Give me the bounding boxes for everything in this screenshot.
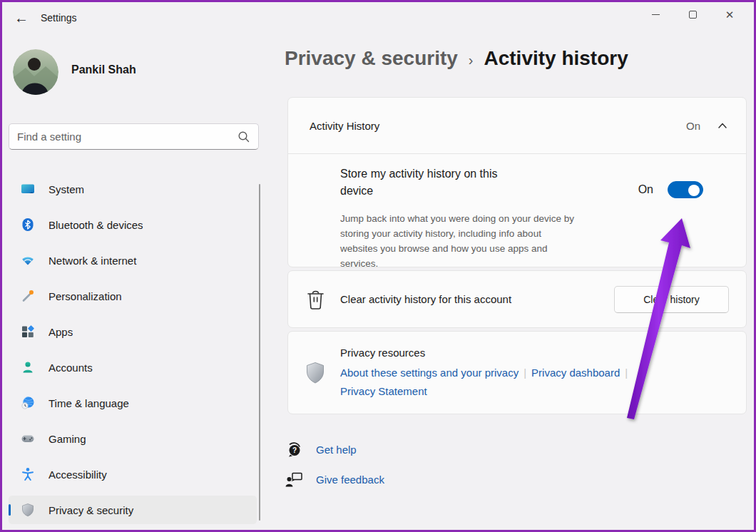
time-language-icon (21, 396, 35, 410)
link-privacy-dashboard[interactable]: Privacy dashboard (531, 367, 620, 379)
personalization-icon (21, 289, 35, 303)
store-activity-title: Store my activity history on this device (340, 165, 522, 200)
gaming-icon (21, 431, 35, 446)
link-separator: | (625, 367, 628, 379)
link-privacy-statement[interactable]: Privacy Statement (340, 385, 427, 397)
content-pane: Privacy & security › Activity history Ac… (270, 32, 756, 530)
sidebar-item-label: Accessibility (48, 469, 107, 481)
sidebar-item-network[interactable]: Network & internet (9, 246, 257, 275)
sidebar-nav: System Bluetooth & devices Network & int… (9, 175, 257, 531)
sidebar-item-accounts[interactable]: Accounts (9, 353, 257, 382)
selected-indicator (9, 504, 11, 516)
sidebar-item-label: Privacy & security (48, 504, 133, 516)
settings-window: ← Settings ✕ Pankil Shah (0, 0, 756, 532)
feedback-person-icon (285, 470, 304, 489)
search-input[interactable] (17, 124, 231, 149)
accounts-icon (21, 360, 35, 374)
sidebar-item-label: System (48, 183, 84, 195)
link-about-settings-privacy[interactable]: About these settings and your privacy (340, 367, 519, 379)
maximize-icon (689, 11, 697, 19)
system-icon (21, 182, 35, 196)
sidebar-item-personalization[interactable]: Personalization (9, 282, 257, 310)
sidebar-item-label: Gaming (48, 433, 86, 445)
store-activity-toggle[interactable] (668, 181, 703, 198)
breadcrumb-parent[interactable]: Privacy & security (285, 47, 458, 70)
accessibility-icon (21, 467, 35, 481)
close-button[interactable]: ✕ (711, 2, 748, 26)
minimize-icon (652, 14, 660, 15)
clear-activity-label: Clear activity history for this account (340, 293, 511, 305)
sidebar-item-accessibility[interactable]: Accessibility (9, 460, 257, 488)
page-title: Activity history (484, 47, 628, 70)
clear-activity-card: Clear activity history for this account … (287, 270, 747, 328)
sidebar-item-label: Bluetooth & devices (48, 219, 143, 231)
sidebar-item-system[interactable]: System (9, 175, 257, 203)
back-button[interactable]: ← (11, 9, 31, 26)
expander-title: Activity History (310, 120, 379, 132)
privacy-resources-card: Privacy resources About these settings a… (287, 331, 747, 414)
give-feedback-label: Give feedback (316, 474, 384, 486)
activity-history-expander-header[interactable]: Activity History On (288, 98, 746, 154)
shield-icon (305, 362, 325, 384)
profile-name: Pankil Shah (71, 63, 136, 76)
store-activity-description: Jump back into what you were doing on yo… (340, 212, 580, 272)
sidebar-item-label: Time & language (48, 397, 129, 409)
sidebar-item-bluetooth[interactable]: Bluetooth & devices (9, 210, 257, 239)
sidebar: Pankil Shah System (2, 32, 270, 530)
maximize-button[interactable] (674, 2, 711, 26)
help-bubble-icon: ? (285, 440, 304, 459)
search-icon (237, 130, 251, 144)
network-icon (21, 253, 35, 267)
sidebar-item-time-language[interactable]: Time & language (9, 389, 257, 417)
privacy-resources-title: Privacy resources (340, 347, 425, 359)
activity-history-card: Activity History On Store my activity hi… (287, 97, 747, 267)
window-controls: ✕ (637, 2, 748, 28)
sidebar-item-label: Apps (48, 326, 73, 338)
privacy-resources-links: About these settings and your privacy|Pr… (340, 364, 725, 401)
svg-text:?: ? (292, 446, 297, 454)
get-help-label: Get help (316, 444, 357, 456)
sidebar-item-label: Personalization (48, 290, 122, 302)
expander-state: On (686, 120, 700, 132)
chevron-up-icon (717, 122, 727, 129)
privacy-security-icon (21, 503, 35, 517)
avatar[interactable] (13, 49, 58, 95)
apps-icon (21, 324, 35, 339)
sidebar-item-label: Accounts (48, 362, 93, 374)
close-icon: ✕ (725, 9, 735, 20)
store-activity-row: Store my activity history on this device… (288, 154, 746, 267)
bluetooth-icon (21, 218, 35, 232)
sidebar-scrollbar[interactable] (259, 184, 260, 521)
clear-history-button[interactable]: Clear history (614, 286, 729, 313)
toggle-state-label: On (638, 183, 653, 196)
titlebar: ← Settings ✕ (2, 2, 754, 32)
breadcrumb-separator: › (469, 49, 474, 68)
trash-icon (306, 290, 325, 310)
sidebar-item-label: Network & internet (48, 255, 136, 267)
avatar-photo (13, 49, 58, 95)
sidebar-item-privacy-security[interactable]: Privacy & security (9, 496, 257, 524)
app-title: Settings (41, 12, 77, 24)
get-help-link[interactable]: ? Get help (285, 440, 357, 459)
breadcrumb: Privacy & security › Activity history (285, 47, 628, 70)
sidebar-item-gaming[interactable]: Gaming (9, 424, 257, 453)
minimize-button[interactable] (637, 2, 674, 26)
sidebar-item-apps[interactable]: Apps (9, 317, 257, 346)
link-separator: | (523, 367, 526, 379)
give-feedback-link[interactable]: Give feedback (285, 470, 384, 489)
toggle-knob (688, 185, 700, 196)
search-box (9, 123, 259, 150)
